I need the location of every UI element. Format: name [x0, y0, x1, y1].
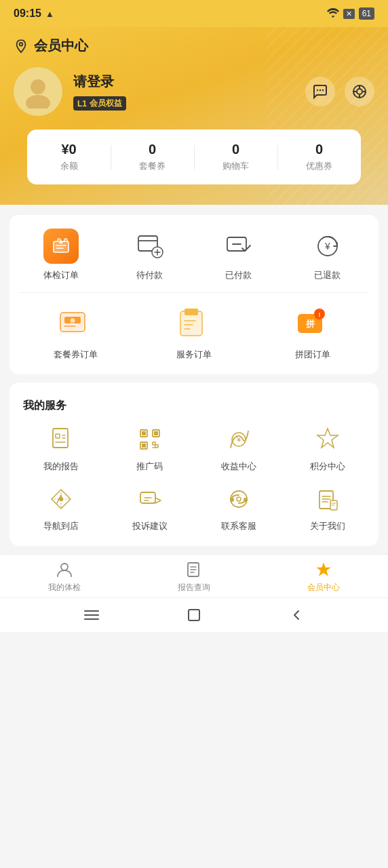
status-time: 09:15	[14, 7, 41, 20]
service-complaint[interactable]: 投诉建议	[105, 484, 194, 532]
pkg-label-service: 服务订单	[176, 349, 212, 361]
signal-icon: ✕	[343, 9, 355, 19]
voucher-value: 0	[111, 142, 194, 157]
svg-rect-31	[142, 431, 146, 435]
page-title: 会员中心	[34, 37, 88, 55]
member-nav-icon	[315, 561, 332, 579]
svg-point-42	[230, 498, 234, 502]
pkg-label-group: 拼团订单	[295, 349, 330, 361]
main-content: 体检订单 待付款	[0, 204, 388, 546]
stat-coupon[interactable]: 0 优惠券	[277, 142, 361, 172]
earnings-icon: ¥	[223, 424, 254, 455]
nav-item-reports[interactable]: 报告查询	[130, 561, 259, 593]
location-pin-icon	[14, 39, 28, 54]
service-report[interactable]: 我的报告	[16, 424, 105, 473]
svg-rect-52	[189, 610, 199, 620]
pkg-label-voucher: 套餐券订单	[54, 349, 98, 361]
svg-text:!: !	[318, 311, 320, 318]
svg-text:券: 券	[69, 318, 76, 324]
service-earnings-label: 收益中心	[221, 460, 256, 473]
points-icon	[312, 424, 343, 455]
order-label-paid: 已付款	[225, 269, 252, 281]
pkg-voucher-icon: 券	[56, 304, 95, 343]
service-support-label: 联系客服	[221, 520, 256, 532]
qr-icon	[134, 424, 166, 455]
pending-pay-icon	[132, 229, 168, 264]
svg-text:拼: 拼	[305, 319, 315, 329]
scan-button[interactable]	[345, 77, 374, 106]
order-label-physical: 体检订单	[43, 269, 79, 281]
svg-point-47	[61, 564, 68, 570]
report-icon	[45, 424, 77, 455]
service-navigate[interactable]: 导航到店	[16, 484, 105, 532]
order-item-pending[interactable]: 待付款	[105, 229, 194, 281]
pkg-item-voucher[interactable]: 券 套餐券订单	[16, 304, 135, 361]
balance-value: ¥0	[27, 142, 111, 157]
pkg-item-group[interactable]: 拼 ! 拼团订单	[253, 304, 372, 361]
nav-item-exam[interactable]: 我的体检	[0, 561, 130, 593]
service-navigate-label: 导航到店	[43, 520, 79, 532]
service-complaint-label: 投诉建议	[132, 520, 168, 532]
services-title: 我的服务	[16, 396, 372, 424]
exam-nav-icon	[56, 561, 73, 579]
services-card: 我的服务 我的报告	[9, 382, 379, 546]
services-grid: 我的报告 推广码	[16, 424, 372, 532]
complaint-icon	[134, 484, 166, 515]
service-points[interactable]: 积分中心	[283, 424, 372, 473]
stat-balance[interactable]: ¥0 余额	[27, 142, 111, 172]
voucher-label: 套餐券	[111, 160, 194, 172]
nav-label-exam: 我的体检	[48, 582, 81, 593]
stat-voucher[interactable]: 0 套餐券	[111, 142, 194, 172]
svg-point-44	[237, 497, 241, 501]
about-icon	[312, 484, 343, 515]
nav-item-member[interactable]: 会员中心	[258, 561, 388, 593]
svg-rect-29	[56, 434, 60, 438]
svg-text:¥: ¥	[324, 241, 330, 252]
svg-point-43	[244, 498, 248, 502]
reports-nav-icon	[185, 561, 203, 579]
svg-rect-23	[185, 309, 198, 315]
android-menu-button[interactable]	[83, 606, 100, 624]
coupon-value: 0	[277, 142, 361, 157]
status-icons: ✕ 61	[327, 7, 374, 20]
message-button[interactable]	[305, 77, 335, 106]
order-item-physical[interactable]: 体检订单	[16, 229, 105, 281]
pkg-grid: 券 套餐券订单 服务订单	[16, 304, 372, 361]
svg-point-1	[26, 95, 50, 108]
physical-exam-icon	[43, 229, 79, 264]
android-home-button[interactable]	[185, 606, 203, 624]
service-support[interactable]: 联系客服	[194, 484, 283, 532]
stats-card: ¥0 余额 0 套餐券 0 购物车 0 优惠券	[27, 130, 361, 184]
login-text[interactable]: 请登录	[73, 73, 294, 91]
alert-icon: ▲	[45, 9, 54, 19]
service-about[interactable]: 关于我们	[283, 484, 372, 532]
android-back-button[interactable]	[288, 606, 305, 624]
nav-title-bar: 会员中心	[14, 27, 374, 67]
cart-value: 0	[194, 142, 277, 157]
wifi-icon	[327, 8, 339, 20]
service-qr[interactable]: 推广码	[105, 424, 194, 473]
hero-section: 会员中心 请登录 L1 会员权益	[0, 27, 388, 205]
stat-cart[interactable]: 0 购物车	[194, 142, 277, 172]
android-nav-bar	[0, 597, 388, 632]
level-text: L1	[77, 99, 87, 108]
status-bar: 09:15 ▲ ✕ 61	[0, 0, 388, 27]
user-info: 请登录 L1 会员权益	[73, 73, 294, 111]
bottom-nav: 我的体检 报告查询 会员中心	[0, 554, 388, 597]
vip-label: 会员权益	[90, 98, 122, 109]
service-earnings[interactable]: ¥ 收益中心	[194, 424, 283, 473]
order-item-refund[interactable]: ¥ 已退款	[283, 229, 372, 281]
svg-rect-33	[154, 431, 158, 435]
nav-label-reports: 报告查询	[178, 582, 210, 593]
service-qr-label: 推广码	[136, 460, 163, 473]
order-card: 体检订单 待付款	[9, 215, 379, 374]
pkg-group-icon: 拼 !	[293, 304, 332, 343]
svg-point-0	[31, 79, 45, 94]
order-item-paid[interactable]: 已付款	[194, 229, 283, 281]
support-icon	[223, 484, 254, 515]
pkg-item-service[interactable]: 服务订单	[135, 304, 254, 361]
avatar[interactable]	[14, 67, 62, 116]
navigate-icon	[45, 484, 77, 515]
nav-label-member: 会员中心	[307, 582, 340, 593]
service-about-label: 关于我们	[310, 520, 345, 532]
